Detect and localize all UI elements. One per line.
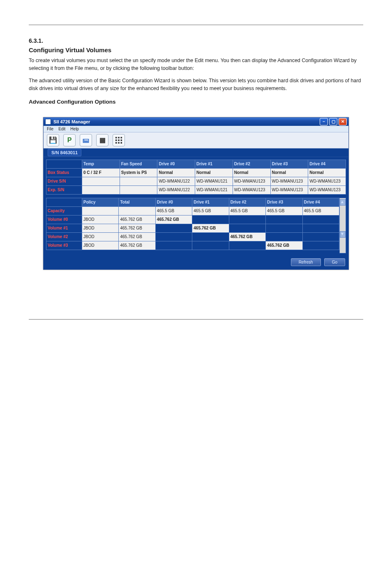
wizard-icon[interactable] xyxy=(113,134,125,146)
table-cell: WD-WMANU123 xyxy=(308,185,346,194)
table-cell[interactable] xyxy=(192,241,229,250)
row-header: Capacity xyxy=(46,206,82,215)
table-cell[interactable] xyxy=(266,215,302,224)
drive-icon[interactable]: 🖴 xyxy=(80,134,92,146)
table-cell[interactable] xyxy=(302,241,339,250)
svg-rect-7 xyxy=(121,139,122,141)
go-button[interactable]: Go xyxy=(324,258,345,266)
column-header: Fan Speed xyxy=(120,160,157,168)
menubar: File Edit Help xyxy=(44,126,348,132)
table-cell: WD-WMANU122 xyxy=(157,185,195,194)
table-cell: WD-WMANU123 xyxy=(233,177,270,185)
maximize-button[interactable]: ▢ xyxy=(329,118,337,125)
column-header: Total xyxy=(119,198,155,206)
table-cell[interactable]: 465.762 GB xyxy=(155,215,192,224)
table-cell[interactable] xyxy=(302,215,339,224)
table-cell[interactable]: 465.5 GB xyxy=(266,206,302,215)
svg-rect-2 xyxy=(115,142,117,144)
menu-help[interactable]: Help xyxy=(70,127,79,131)
save-icon[interactable]: 💾 xyxy=(47,134,59,146)
scroll-up-arrow-icon[interactable]: ▲ xyxy=(340,199,346,206)
scroll-down-arrow-icon[interactable]: ▼ xyxy=(340,231,346,238)
table-cell[interactable]: 465.762 GB xyxy=(119,224,155,232)
table-cell[interactable] xyxy=(229,241,265,250)
page-bottom-rule xyxy=(29,319,363,320)
grid-icon[interactable]: ▦ xyxy=(96,134,108,146)
table-cell: WD-WMANU123 xyxy=(308,177,346,185)
table-cell[interactable] xyxy=(266,224,302,232)
table-cell[interactable] xyxy=(229,224,265,232)
table-cell[interactable]: 465.762 GB xyxy=(229,232,265,241)
content-panel: TempFan SpeedDrive #0Drive #1Drive #2Dri… xyxy=(44,157,348,256)
vertical-scrollbar[interactable]: ▲ ▼ xyxy=(339,198,346,253)
table-cell: Normal xyxy=(195,168,233,177)
table-cell[interactable]: 465.762 GB xyxy=(119,232,155,241)
svg-rect-5 xyxy=(118,142,120,144)
table-cell[interactable] xyxy=(119,206,155,215)
page-top-rule xyxy=(29,25,363,25)
footer-buttons: Refresh Go xyxy=(44,256,348,269)
table-cell[interactable]: 465.762 GB xyxy=(192,224,229,232)
svg-rect-0 xyxy=(115,137,117,138)
column-header: Drive #1 xyxy=(195,160,233,168)
row-header: Exp. S/N xyxy=(46,185,82,194)
table-cell: WD-WMANU123 xyxy=(270,185,308,194)
table-cell[interactable]: 465.5 GB xyxy=(155,206,192,215)
refresh-button[interactable]: Refresh xyxy=(291,258,321,266)
subheading: Advanced Configuration Options xyxy=(29,99,363,105)
table-cell xyxy=(82,177,120,185)
row-header: Drive S/N xyxy=(46,177,82,185)
status-table: TempFan SpeedDrive #0Drive #1Drive #2Dri… xyxy=(46,160,346,195)
table-cell[interactable] xyxy=(266,232,302,241)
table-cell[interactable]: 465.762 GB xyxy=(119,241,155,250)
table-cell: WD-WMANU121 xyxy=(195,177,233,185)
table-cell: WD-WMANU121 xyxy=(195,185,233,194)
table-cell: Normal xyxy=(157,168,195,177)
table-cell[interactable]: 465.762 GB xyxy=(266,241,302,250)
column-header: Drive #0 xyxy=(157,160,195,168)
column-header: Drive #3 xyxy=(266,198,302,206)
table-cell[interactable] xyxy=(155,241,192,250)
table-cell[interactable]: JBOD xyxy=(82,215,119,224)
table-cell[interactable] xyxy=(302,224,339,232)
serial-number-tab[interactable]: S/N 8463011 xyxy=(44,148,348,157)
menu-edit[interactable]: Edit xyxy=(58,127,65,131)
table-cell[interactable] xyxy=(192,215,229,224)
svg-rect-6 xyxy=(121,137,122,138)
svg-rect-3 xyxy=(118,137,120,138)
table-cell[interactable] xyxy=(192,232,229,241)
svg-rect-1 xyxy=(115,139,117,141)
table-cell[interactable] xyxy=(82,206,119,215)
row-header: Volume #2 xyxy=(46,232,82,241)
section-number: 6.3.1. xyxy=(29,37,363,44)
svg-rect-8 xyxy=(121,142,122,144)
table-cell[interactable]: 465.5 GB xyxy=(192,206,229,215)
table-cell: Normal xyxy=(233,168,270,177)
svg-rect-4 xyxy=(118,139,120,141)
table-cell[interactable] xyxy=(155,232,192,241)
close-button[interactable]: ✕ xyxy=(339,118,347,125)
table-cell: WD-WMANU122 xyxy=(157,177,195,185)
minimize-button[interactable]: – xyxy=(320,118,328,125)
column-header: Drive #3 xyxy=(270,160,308,168)
table-cell[interactable]: 465.5 GB xyxy=(302,206,339,215)
policy-icon[interactable]: P xyxy=(63,134,76,146)
volumes-table: PolicyTotalDrive #0Drive #1Drive #2Drive… xyxy=(46,198,339,250)
table-cell: WD-WMANU123 xyxy=(270,177,308,185)
body-paragraph-2: The advanced utility version of the Basi… xyxy=(29,77,363,93)
table-cell[interactable]: 465.762 GB xyxy=(119,215,155,224)
table-cell[interactable]: 465.5 GB xyxy=(229,206,265,215)
table-cell[interactable]: JBOD xyxy=(82,224,119,232)
row-header: Volume #0 xyxy=(46,215,82,224)
table-cell: Normal xyxy=(270,168,308,177)
table-cell[interactable] xyxy=(229,215,265,224)
table-cell[interactable] xyxy=(302,232,339,241)
column-header: Drive #2 xyxy=(229,198,265,206)
table-cell[interactable] xyxy=(155,224,192,232)
table-cell[interactable]: JBOD xyxy=(82,241,119,250)
window-title-text: SII 4726 Manager xyxy=(53,119,90,124)
table-cell[interactable]: JBOD xyxy=(82,232,119,241)
row-header: Box Status xyxy=(46,168,82,177)
menu-file[interactable]: File xyxy=(47,127,53,131)
column-header: Drive #0 xyxy=(155,198,192,206)
